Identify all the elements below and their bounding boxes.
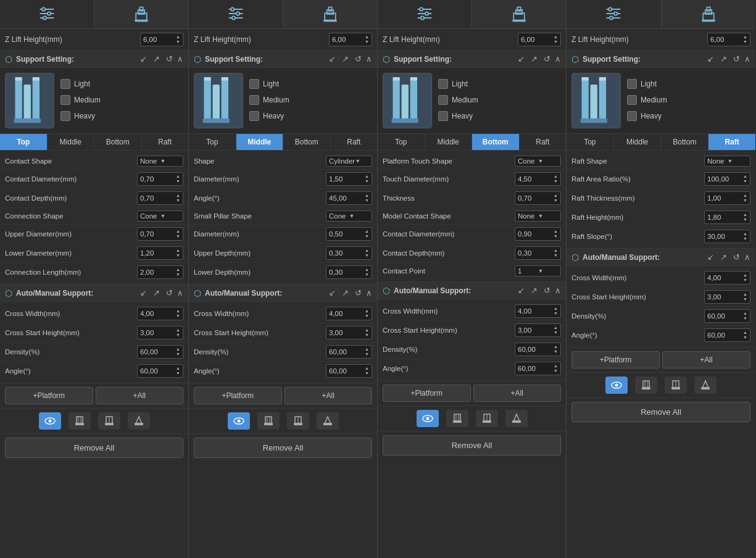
checkbox-medium[interactable]: Medium — [249, 95, 289, 105]
tab-middle[interactable]: Middle — [425, 134, 473, 150]
checkbox-heavy[interactable]: Heavy — [60, 111, 101, 121]
support3-icon[interactable] — [317, 412, 339, 430]
checkbox-box-medium[interactable] — [438, 95, 448, 105]
tab-top[interactable]: Top — [0, 134, 48, 150]
checkbox-medium[interactable]: Medium — [627, 95, 667, 105]
settings-tab[interactable] — [378, 0, 472, 28]
support2-icon[interactable] — [665, 377, 687, 394]
checkbox-light[interactable]: Light — [60, 79, 101, 89]
refresh-btn[interactable]: ↺ — [731, 54, 742, 64]
tab-raft[interactable]: Raft — [520, 134, 567, 150]
import-btn[interactable]: ↙ — [138, 54, 149, 64]
auto-export-btn[interactable]: ↗ — [529, 285, 539, 296]
remove-all-button[interactable]: Remove All — [571, 402, 750, 422]
tab-top[interactable]: Top — [189, 134, 236, 150]
checkbox-heavy[interactable]: Heavy — [627, 111, 667, 121]
checkbox-box-light[interactable] — [627, 79, 637, 89]
auto-export-btn[interactable]: ↗ — [718, 252, 729, 262]
model-tab[interactable] — [472, 0, 566, 28]
checkbox-light[interactable]: Light — [249, 79, 289, 89]
export-btn[interactable]: ↗ — [151, 54, 162, 64]
support2-icon[interactable] — [476, 410, 498, 427]
checkbox-box-light[interactable] — [438, 79, 448, 89]
remove-all-button[interactable]: Remove All — [5, 438, 183, 458]
eye-icon[interactable] — [417, 410, 439, 427]
auto-refresh-btn[interactable]: ↺ — [731, 252, 742, 262]
checkbox-box-heavy[interactable] — [627, 111, 637, 121]
eye-icon[interactable] — [605, 377, 628, 394]
support1-icon[interactable] — [69, 412, 91, 430]
export-btn[interactable]: ↗ — [529, 54, 539, 64]
settings-tab[interactable] — [189, 0, 283, 28]
support1-icon[interactable] — [635, 377, 657, 394]
checkbox-medium[interactable]: Medium — [438, 95, 478, 105]
all-button[interactable]: +All — [662, 351, 750, 369]
support3-icon[interactable] — [694, 377, 717, 394]
auto-collapse-btn[interactable]: ∧ — [366, 288, 372, 298]
tab-raft[interactable]: Raft — [331, 134, 378, 150]
refresh-btn[interactable]: ↺ — [164, 54, 175, 64]
settings-tab[interactable] — [0, 0, 94, 28]
checkbox-light[interactable]: Light — [627, 79, 667, 89]
model-tab[interactable] — [94, 0, 188, 28]
export-btn[interactable]: ↗ — [718, 54, 729, 64]
checkbox-box-medium[interactable] — [249, 95, 259, 105]
remove-all-button[interactable]: Remove All — [383, 435, 561, 456]
checkbox-heavy[interactable]: Heavy — [438, 111, 478, 121]
all-button[interactable]: +All — [96, 387, 184, 404]
auto-export-btn[interactable]: ↗ — [340, 288, 351, 298]
support2-icon[interactable] — [287, 412, 309, 430]
support3-icon[interactable] — [128, 412, 150, 430]
collapse-btn[interactable]: ∧ — [366, 54, 372, 64]
checkbox-box-medium[interactable] — [627, 95, 637, 105]
refresh-btn[interactable]: ↺ — [353, 54, 363, 64]
auto-collapse-btn[interactable]: ∧ — [555, 286, 561, 295]
tab-bottom[interactable]: Bottom — [94, 134, 142, 150]
collapse-btn[interactable]: ∧ — [177, 54, 183, 64]
support1-icon[interactable] — [446, 410, 468, 427]
auto-import-btn[interactable]: ↙ — [516, 285, 526, 296]
checkbox-box-light[interactable] — [60, 79, 70, 89]
auto-collapse-btn[interactable]: ∧ — [744, 252, 750, 262]
tab-top[interactable]: Top — [567, 134, 614, 150]
all-button[interactable]: +All — [285, 387, 373, 404]
checkbox-box-medium[interactable] — [60, 95, 70, 105]
remove-all-button[interactable]: Remove All — [194, 438, 372, 458]
tab-raft[interactable]: Raft — [708, 134, 755, 150]
refresh-btn[interactable]: ↺ — [542, 54, 552, 64]
auto-refresh-btn[interactable]: ↺ — [542, 285, 552, 296]
platform-button[interactable]: +Platform — [5, 387, 93, 404]
platform-button[interactable]: +Platform — [571, 351, 660, 369]
settings-tab[interactable] — [567, 0, 662, 28]
export-btn[interactable]: ↗ — [340, 54, 351, 64]
auto-import-btn[interactable]: ↙ — [138, 288, 149, 298]
tab-middle[interactable]: Middle — [614, 134, 662, 150]
platform-button[interactable]: +Platform — [194, 387, 282, 404]
checkbox-box-heavy[interactable] — [249, 111, 259, 121]
collapse-btn[interactable]: ∧ — [744, 54, 750, 64]
tab-middle[interactable]: Middle — [48, 134, 95, 150]
import-btn[interactable]: ↙ — [516, 54, 526, 64]
checkbox-medium[interactable]: Medium — [60, 95, 101, 105]
collapse-btn[interactable]: ∧ — [555, 54, 561, 64]
auto-import-btn[interactable]: ↙ — [705, 252, 716, 262]
import-btn[interactable]: ↙ — [705, 54, 716, 64]
eye-icon[interactable] — [39, 412, 61, 430]
import-btn[interactable]: ↙ — [327, 54, 338, 64]
tab-bottom[interactable]: Bottom — [662, 134, 709, 150]
all-button[interactable]: +All — [473, 385, 562, 402]
tab-middle[interactable]: Middle — [236, 134, 284, 150]
tab-bottom[interactable]: Bottom — [472, 134, 520, 150]
checkbox-heavy[interactable]: Heavy — [249, 111, 289, 121]
checkbox-box-heavy[interactable] — [60, 111, 70, 121]
tab-bottom[interactable]: Bottom — [283, 134, 331, 150]
eye-icon[interactable] — [228, 412, 250, 430]
auto-refresh-btn[interactable]: ↺ — [164, 288, 175, 298]
auto-collapse-btn[interactable]: ∧ — [177, 288, 183, 298]
model-tab[interactable] — [283, 0, 377, 28]
checkbox-box-light[interactable] — [249, 79, 259, 89]
platform-button[interactable]: +Platform — [383, 385, 471, 402]
checkbox-light[interactable]: Light — [438, 79, 478, 89]
support2-icon[interactable] — [98, 412, 120, 430]
auto-export-btn[interactable]: ↗ — [151, 288, 162, 298]
